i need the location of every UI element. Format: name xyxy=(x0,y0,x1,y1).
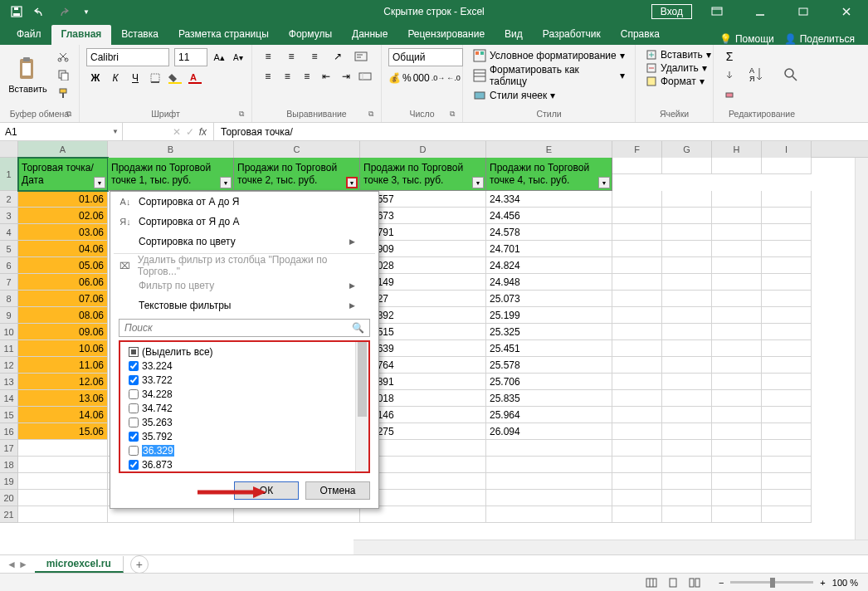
tab-formulas[interactable]: Формулы xyxy=(279,25,342,45)
filter-item[interactable]: 35.263 xyxy=(125,415,350,429)
row-header[interactable]: 5 xyxy=(0,241,18,257)
cell-date[interactable]: 11.06 xyxy=(18,357,108,374)
cell-date[interactable]: 09.06 xyxy=(18,324,108,340)
cell-empty[interactable] xyxy=(712,440,762,457)
cell-empty[interactable] xyxy=(762,473,812,490)
cell-empty[interactable] xyxy=(712,224,762,241)
font-dialog-launcher[interactable]: ⧉ xyxy=(239,110,249,120)
tab-file[interactable]: Файл xyxy=(7,25,51,45)
clipboard-dialog-launcher[interactable]: ⧉ xyxy=(66,110,76,120)
table-header-C[interactable]: Продажи по Торговой точке 2, тыс. руб. ▼ xyxy=(234,158,360,191)
font-color-icon[interactable]: A xyxy=(186,70,204,86)
row-header[interactable]: 7 xyxy=(0,274,18,291)
filter-item[interactable]: 33.722 xyxy=(125,373,350,387)
tab-layout[interactable]: Разметка страницы xyxy=(168,25,279,45)
cell-empty[interactable] xyxy=(712,490,762,506)
cell-empty[interactable] xyxy=(612,390,662,407)
cell-empty[interactable] xyxy=(762,274,812,291)
qat-dropdown-icon[interactable]: ▼ xyxy=(76,2,96,22)
sort-az-item[interactable]: A↓Сортировка от А до Я xyxy=(110,192,378,212)
row-header[interactable]: 13 xyxy=(0,374,18,390)
text-filters-item[interactable]: Текстовые фильтры▶ xyxy=(110,296,378,315)
cell-value[interactable]: 25.325 xyxy=(486,324,612,340)
row-header[interactable]: 2 xyxy=(0,191,18,208)
cell-empty[interactable] xyxy=(712,340,762,357)
cell-value[interactable]: 25.835 xyxy=(486,390,612,407)
cell-empty[interactable] xyxy=(612,291,662,307)
redo-icon[interactable] xyxy=(53,2,73,22)
cell-date[interactable]: 04.06 xyxy=(18,241,108,257)
cell-empty[interactable] xyxy=(612,208,662,224)
cell-empty[interactable] xyxy=(712,423,762,440)
sort-by-color-item[interactable]: Сортировка по цвету▶ xyxy=(110,232,378,252)
number-dialog-launcher[interactable]: ⧉ xyxy=(450,110,460,120)
cell-date[interactable]: 06.06 xyxy=(18,274,108,291)
cell-value[interactable]: 25.706 xyxy=(486,374,612,390)
cell-empty[interactable] xyxy=(762,390,812,407)
decrease-decimal-icon[interactable]: ←.0 xyxy=(446,70,461,86)
undo-icon[interactable] xyxy=(30,2,50,22)
filter-arrow-col-D[interactable]: ▼ xyxy=(472,177,484,188)
cell-empty[interactable] xyxy=(612,407,662,423)
cell-empty[interactable] xyxy=(18,490,108,506)
cell-empty[interactable] xyxy=(762,241,812,257)
row-header[interactable]: 21 xyxy=(0,506,18,523)
cell-empty[interactable] xyxy=(662,257,712,274)
increase-font-icon[interactable]: A▴ xyxy=(212,49,227,66)
cell-value[interactable]: 24.701 xyxy=(486,241,612,257)
cell-empty[interactable] xyxy=(762,224,812,241)
cell-value[interactable]: 24.456 xyxy=(486,208,612,224)
share-button[interactable]: 👤Поделиться xyxy=(784,33,855,45)
cell-value[interactable]: 24.334 xyxy=(486,191,612,208)
cell-empty[interactable] xyxy=(662,208,712,224)
tell-me-button[interactable]: 💡Помощи xyxy=(719,33,774,45)
format-as-table-button[interactable]: Форматировать как таблицу ▾ xyxy=(470,63,628,88)
cell-date[interactable]: 03.06 xyxy=(18,224,108,241)
row-header[interactable]: 18 xyxy=(0,457,18,473)
cell-empty[interactable] xyxy=(612,423,662,440)
minimize-icon[interactable] xyxy=(742,0,778,23)
select-all-cell[interactable] xyxy=(0,141,18,157)
percent-icon[interactable]: % xyxy=(402,70,412,86)
cell-empty[interactable] xyxy=(712,457,762,473)
filter-item[interactable]: 35.792 xyxy=(125,429,350,443)
cell-empty[interactable] xyxy=(662,274,712,291)
tab-insert[interactable]: Вставка xyxy=(111,25,168,45)
table-header-A[interactable]: Торговая точка/Дата ▼ xyxy=(18,158,108,191)
cell-empty[interactable] xyxy=(762,208,812,224)
tab-help[interactable]: Справка xyxy=(611,25,670,45)
autosum-icon[interactable]: Σ xyxy=(720,48,739,65)
row-header[interactable]: 9 xyxy=(0,307,18,324)
cell-empty[interactable] xyxy=(712,307,762,324)
cell-empty[interactable] xyxy=(712,390,762,407)
cell-empty[interactable] xyxy=(662,241,712,257)
cancel-formula-icon[interactable]: ✕ xyxy=(173,126,181,138)
cell-empty[interactable] xyxy=(762,307,812,324)
cell-empty[interactable] xyxy=(18,440,108,457)
cell-empty[interactable] xyxy=(662,473,712,490)
close-icon[interactable] xyxy=(828,0,865,23)
col-header-E[interactable]: E xyxy=(486,141,612,158)
cell-empty[interactable] xyxy=(662,457,712,473)
orientation-icon[interactable]: ↗ xyxy=(329,48,347,65)
filter-item[interactable]: 36.873 xyxy=(125,457,350,471)
cell-empty[interactable] xyxy=(762,457,812,473)
cell-empty[interactable] xyxy=(712,357,762,374)
cell-empty[interactable] xyxy=(612,274,662,291)
cell-empty[interactable] xyxy=(612,307,662,324)
filter-arrow-col-B[interactable]: ▼ xyxy=(220,177,232,188)
increase-indent-icon[interactable]: ⇥ xyxy=(337,68,355,85)
cell-value[interactable]: 24.578 xyxy=(486,224,612,241)
name-box[interactable]: A1▼ xyxy=(0,123,123,140)
cell-date[interactable]: 05.06 xyxy=(18,257,108,274)
enter-formula-icon[interactable]: ✓ xyxy=(186,126,194,138)
formula-input[interactable]: Торговая точка/ xyxy=(214,123,868,140)
cell-empty[interactable] xyxy=(712,191,762,208)
cell-empty[interactable] xyxy=(762,158,812,174)
filter-select-all[interactable]: (Выделить все) xyxy=(125,344,350,359)
filter-arrow-col-E[interactable]: ▼ xyxy=(598,177,610,188)
cell-empty[interactable] xyxy=(762,257,812,274)
cell-empty[interactable] xyxy=(662,390,712,407)
sign-in-button[interactable]: Вход xyxy=(651,4,692,19)
cell-empty[interactable] xyxy=(712,274,762,291)
